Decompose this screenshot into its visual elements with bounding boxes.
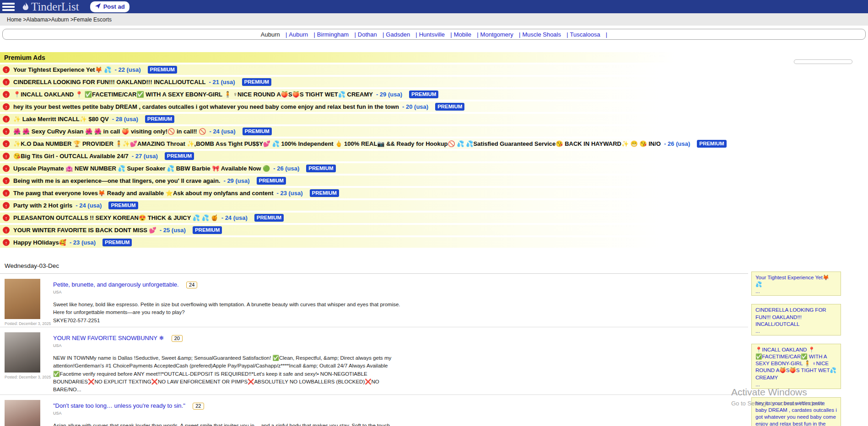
premium-ad-link[interactable]: YOUR WINTER FAVORITE IS BACK DONT MISS 💕 xyxy=(13,227,156,234)
age-badge: 24 xyxy=(186,282,197,288)
premium-ad-link[interactable]: Party with 2 Hot girls xyxy=(13,202,72,209)
listing-card-left: Posted: December 3, 2025 xyxy=(5,400,47,426)
premium-ad-link[interactable]: ✨ Lake Merritt INCALL✨ $80 QV xyxy=(13,116,109,122)
posted-date: Posted: December 3, 2025 xyxy=(5,321,47,326)
premium-ad-link[interactable]: 😘Big Tits Girl - OUTCALL Available 24/7 xyxy=(13,153,129,160)
city-link[interactable]: Huntsville xyxy=(419,31,452,38)
listing-card-body: YOUR NEW FAVORITE SNOWBUNNY ❄ 20 USA NEW… xyxy=(53,332,402,394)
listing-thumbnail[interactable] xyxy=(5,332,40,373)
city-link[interactable]: Birmingham xyxy=(317,31,356,38)
premium-badge: PREMIUM xyxy=(257,177,286,185)
listing-title-link[interactable]: YOUR NEW FAVORITE SNOWBUNNY ❄ xyxy=(53,335,164,341)
listing-card-body: Petite, brunette, and dangerously unforg… xyxy=(53,279,402,326)
premium-badge: PREMIUM xyxy=(306,165,335,172)
sidebar-ad-box[interactable]: hey its your best wettes petite baby DRE… xyxy=(751,397,841,426)
premium-ad-age-meta: - 25 (usa) xyxy=(160,227,186,234)
premium-ad-link[interactable]: Being with me is an experience—one that … xyxy=(13,177,220,184)
post-ad-button[interactable]: Post ad xyxy=(90,1,129,12)
premium-ad-link[interactable]: 🌺 🌺 Sexy CuRvy Asian 🌺 🌺 in call 🍑 visit… xyxy=(13,128,206,135)
premium-ad-row: ↑ Happy HOlidays🥰 - 23 (usa) PREMIUM xyxy=(0,237,750,248)
listing-thumbnail[interactable] xyxy=(5,400,40,426)
bump-up-icon: ↑ xyxy=(3,103,10,110)
listing-card-body: "Don't stare too long… unless you're rea… xyxy=(53,400,402,426)
age-badge: 22 xyxy=(193,403,204,410)
premium-badge: PREMIUM xyxy=(193,226,222,234)
bump-up-icon: ↑ xyxy=(3,140,10,147)
sidebar-ad-link[interactable]: CINDERELLA LOOKING FOR FUN!!! OAKLAND!!!… xyxy=(755,307,837,328)
site-logo[interactable]: TinderList xyxy=(21,1,79,12)
listing-title-row: Petite, brunette, and dangerously unforg… xyxy=(53,280,402,288)
city-link[interactable]: Mobile xyxy=(454,31,479,38)
listing-thumbnail[interactable] xyxy=(5,279,40,319)
sidebar-ad-link[interactable]: 📍INCALL OAKLAND 📍 ✅FACETIME/CAR✅ WITH A … xyxy=(755,346,837,381)
bump-up-icon: ↑ xyxy=(3,153,10,160)
premium-ad-link[interactable]: The pawg that everyone loves🦊 Ready and … xyxy=(13,190,273,197)
listing-description: Asian allure with curves that speak loud… xyxy=(53,422,402,426)
sidebar-ad-link[interactable]: hey its your best wettes petite baby DRE… xyxy=(755,400,837,426)
bump-up-icon: ↑ xyxy=(3,91,10,98)
bump-up-icon: ↑ xyxy=(3,239,10,246)
sidebar-ellipsis: ... xyxy=(755,328,837,334)
sidebar-ad-link[interactable]: Your Tightest Experience Yet🦊 💦 xyxy=(755,274,837,288)
premium-ad-link[interactable]: hey its your best wettes petite baby DRE… xyxy=(13,103,399,110)
city-link[interactable]: Auburn xyxy=(261,31,287,38)
listing-title-link[interactable]: "Don't stare too long… unless you're rea… xyxy=(53,402,185,409)
bump-up-icon: ↑ xyxy=(3,190,10,197)
city-link[interactable]: Auburn xyxy=(289,31,315,38)
premium-ad-link[interactable]: Your Tightest Experience Yet🦊 💦 xyxy=(13,66,112,73)
premium-ad-row: ↑ The pawg that everyone loves🦊 Ready an… xyxy=(0,188,750,198)
sidebar-ad-box[interactable]: CINDERELLA LOOKING FOR FUN!!! OAKLAND!!!… xyxy=(751,304,841,335)
premium-ad-row: ↑ YOUR WINTER FAVORITE IS BACK DONT MISS… xyxy=(0,225,750,235)
bump-up-icon: ↑ xyxy=(3,116,10,122)
premium-badge: PREMIUM xyxy=(108,202,138,209)
breadcrumb[interactable]: Home >Alabama>Auburn >Female Escorts xyxy=(7,16,112,23)
premium-ad-age-meta: - 26 (usa) xyxy=(664,140,690,147)
premium-ad-age-meta: - 29 (usa) xyxy=(223,177,249,184)
premium-badge: PREMIUM xyxy=(145,115,174,123)
premium-badge: PREMIUM xyxy=(102,239,132,246)
city-link[interactable]: Muscle Shoals xyxy=(522,31,568,38)
listing-location: USA xyxy=(53,290,402,294)
sidebar-ad-box[interactable]: 📍INCALL OAKLAND 📍 ✅FACETIME/CAR✅ WITH A … xyxy=(751,344,841,389)
premium-ad-row: ↑ PLEASANTON OUTCALLS !! SEXY KOREAN😍 TH… xyxy=(0,213,750,223)
listing-title-link[interactable]: Petite, brunette, and dangerously unforg… xyxy=(53,281,179,288)
flame-icon xyxy=(21,2,30,12)
listing-location: USA xyxy=(53,343,402,348)
site-logo-text: TinderList xyxy=(31,1,79,12)
sidebar-ad-box[interactable]: Your Tightest Experience Yet🦊 💦 ... xyxy=(751,272,841,296)
listing-card: Posted: December 3, 2025 Petite, brunett… xyxy=(0,274,748,327)
hamburger-menu-icon[interactable] xyxy=(2,3,15,11)
premium-ad-age-meta: - 29 (usa) xyxy=(376,91,402,98)
premium-ad-age-meta: - 23 (usa) xyxy=(276,190,302,197)
listing-description: Sweet like honey, bold like espresso. Pe… xyxy=(53,301,402,317)
premium-ad-age-meta: - 28 (usa) xyxy=(112,116,138,122)
top-nav-bar: TinderList Post ad xyxy=(0,0,868,13)
bump-up-icon: ↑ xyxy=(3,177,10,184)
city-link[interactable]: Dothan xyxy=(358,31,384,38)
premium-badge: PREMIUM xyxy=(242,78,271,86)
premium-ad-link[interactable]: CINDERELLA LOOKING FOR FUN!!! OAKLAND!!!… xyxy=(13,79,206,85)
premium-ad-age-meta: - 24 (usa) xyxy=(209,128,235,135)
listing-description: NEW IN TOWNMy name is Dallas !Seductive,… xyxy=(53,354,402,394)
premium-ad-link[interactable]: 📍INCALL OAKLAND 📍 ✅FACETIME/CAR✅ WITH A … xyxy=(13,91,373,98)
premium-ad-row: ↑ CINDERELLA LOOKING FOR FUN!!! OAKLAND!… xyxy=(0,77,750,87)
posted-date: Posted: December 3, 2025 xyxy=(5,375,47,379)
city-link[interactable]: Montgomery xyxy=(480,31,521,38)
paper-plane-icon xyxy=(95,3,101,11)
premium-ad-row: ↑ Your Tightest Experience Yet🦊 💦 - 22 (… xyxy=(0,64,750,75)
premium-ad-row: ↑ ✨K.O Daa NUMBER 🏆 PROVIDER 🧍✨💕AMAZING … xyxy=(0,138,750,149)
premium-sidebar: Your Tightest Experience Yet🦊 💦 ... CIND… xyxy=(751,272,841,426)
city-link[interactable]: Gadsden xyxy=(386,31,417,38)
city-link[interactable]: Tuscaloosa xyxy=(570,31,608,38)
age-badge: 20 xyxy=(172,335,183,342)
premium-ad-link[interactable]: PLEASANTON OUTCALLS !! SEXY KOREAN😍 THIC… xyxy=(13,214,218,221)
premium-ad-link[interactable]: Happy HOlidays🥰 xyxy=(13,239,66,246)
listing-list: Posted: December 3, 2025 Petite, brunett… xyxy=(0,274,748,426)
premium-ad-age-meta: - 27 (usa) xyxy=(132,153,158,160)
premium-ad-age-meta: - 20 (usa) xyxy=(402,103,428,110)
daily-listings-section: Wednesday-03-Dec Posted: December 3, 202… xyxy=(0,261,748,426)
premium-ad-age-meta: - 26 (usa) xyxy=(273,165,299,172)
premium-badge: PREMIUM xyxy=(165,152,194,160)
premium-ad-link[interactable]: ✨K.O Daa NUMBER 🏆 PROVIDER 🧍✨💕AMAZING Th… xyxy=(13,140,661,147)
premium-ad-link[interactable]: Upscale Playmate 🏩 NEW NUMBER 💦 Super So… xyxy=(13,165,270,172)
